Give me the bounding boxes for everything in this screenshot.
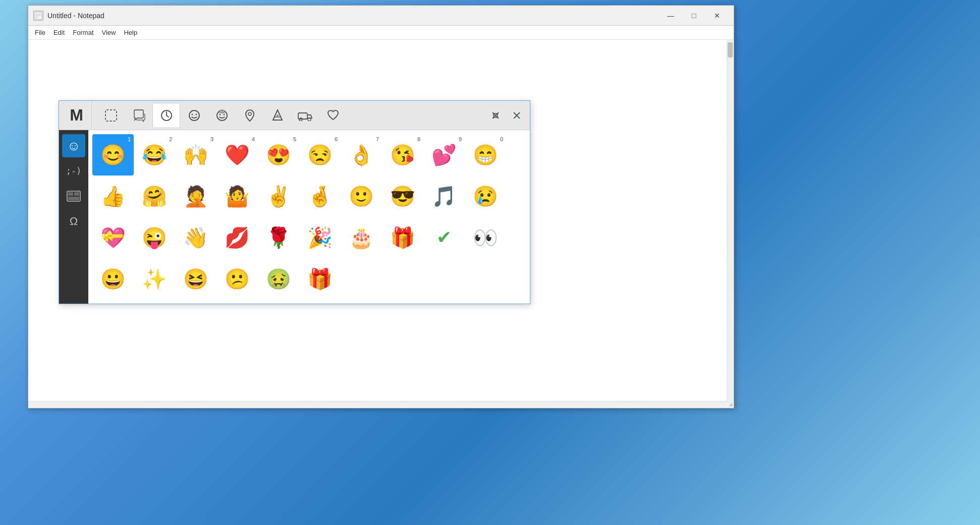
close-button[interactable]: ✕ <box>705 8 729 24</box>
title-bar: Untitled - Notepad — □ ✕ <box>28 6 734 26</box>
emoji-cell[interactable]: 👋 <box>175 217 216 258</box>
emoji-row-3: 💝 😜 👋 💋 🌹 🎉 🎂 🎁 ✔ 👀 <box>92 217 526 258</box>
menu-bar: File Edit Format View Help <box>28 26 734 40</box>
svg-point-8 <box>195 113 197 115</box>
emoji-cell[interactable]: 💕 9 <box>423 134 465 176</box>
emoji-cell[interactable]: ❤️ 4 <box>216 134 258 176</box>
emoji-cell[interactable]: ✨ <box>134 258 175 300</box>
window-controls: — □ ✕ <box>659 8 729 24</box>
pin-button[interactable] <box>485 105 506 126</box>
window-title: Untitled - Notepad <box>47 12 659 20</box>
category-smiley[interactable] <box>180 103 208 128</box>
emoji-cell[interactable]: 😍 5 <box>258 134 299 176</box>
svg-point-6 <box>189 110 199 121</box>
emoji-cell[interactable]: 😎 <box>382 176 423 217</box>
emoji-picker: M <box>59 100 530 304</box>
emoji-cell[interactable]: 🎉 <box>299 217 341 258</box>
category-people[interactable] <box>208 103 236 128</box>
menu-help[interactable]: Help <box>120 27 141 38</box>
scrollbar-thumb <box>728 42 733 57</box>
emoji-cell[interactable]: 🎁 <box>299 258 341 300</box>
category-tabs <box>92 103 485 128</box>
menu-view[interactable]: View <box>98 27 120 38</box>
category-food[interactable] <box>263 103 291 128</box>
emoji-cell[interactable]: 👀 <box>465 217 506 258</box>
emoji-cell[interactable]: 🎁 <box>382 217 423 258</box>
emoji-cell[interactable]: 🎵 <box>423 176 465 217</box>
minimize-button[interactable]: — <box>659 8 682 24</box>
emoji-cell[interactable]: 😊 1 <box>92 134 134 176</box>
emoji-cell[interactable]: 💋 <box>216 217 258 258</box>
emoji-cell[interactable]: ✔ <box>423 217 465 258</box>
category-places[interactable] <box>236 103 263 128</box>
scrollbar-corner: ⊿ <box>727 401 734 408</box>
emoji-row-4: 😀 ✨ 😆 😕 🤢 🎁 <box>92 258 526 300</box>
emoji-cell[interactable]: ✌️ <box>258 176 299 217</box>
sidebar-symbols[interactable]: Ω <box>62 210 85 233</box>
svg-rect-25 <box>68 192 73 196</box>
emoji-cell[interactable]: 💝 <box>92 217 134 258</box>
menu-format[interactable]: Format <box>69 27 97 38</box>
emoji-cell[interactable]: 🤞 <box>299 176 341 217</box>
emoji-row-1: 😊 1 😂 2 🙌 3 ❤️ 4 <box>92 134 526 176</box>
svg-point-13 <box>248 112 251 115</box>
picker-m-label: M <box>62 101 92 130</box>
emoji-cell[interactable]: 🤢 <box>258 258 299 300</box>
emoji-cell[interactable]: 😕 <box>216 258 258 300</box>
sidebar-gif[interactable] <box>62 185 85 208</box>
emoji-cell[interactable]: 🎂 <box>341 217 382 258</box>
svg-point-17 <box>299 118 302 121</box>
svg-point-7 <box>191 113 193 115</box>
picker-topbar: M <box>59 101 530 130</box>
emoji-cell[interactable]: 👌 7 <box>341 134 382 176</box>
horizontal-scrollbar[interactable] <box>28 401 727 408</box>
emoji-cell[interactable]: 😁 0 <box>465 134 506 176</box>
emoji-cell[interactable]: 🌹 <box>258 217 299 258</box>
category-symbols[interactable] <box>319 103 347 128</box>
emoji-cell[interactable]: 😀 <box>92 258 134 300</box>
emoji-cell[interactable]: 👍 <box>92 176 134 217</box>
emoji-grid: 😊 1 😂 2 🙌 3 ❤️ 4 <box>88 130 530 304</box>
picker-close-button[interactable] <box>506 105 527 126</box>
menu-edit[interactable]: Edit <box>49 27 69 38</box>
notepad-window: Untitled - Notepad — □ ✕ File Edit Forma… <box>28 5 734 409</box>
resize-grip: ⊿ <box>729 401 733 407</box>
emoji-cell[interactable]: 😜 <box>134 217 175 258</box>
emoji-row-2: 👍 🤗 🤦 🤷 ✌️ 🤞 🙂 😎 🎵 😢 <box>92 176 526 217</box>
category-chat[interactable] <box>125 103 152 128</box>
emoji-cell[interactable]: 🤗 <box>134 176 175 217</box>
emoji-cell[interactable]: 😂 2 <box>134 134 175 176</box>
emoji-cell[interactable]: 😘 8 <box>382 134 423 176</box>
text-area-container: ⊿ M <box>28 40 734 408</box>
sidebar-kaomoji[interactable]: ;-) <box>62 159 85 183</box>
svg-point-11 <box>223 113 225 115</box>
category-recent[interactable] <box>152 103 180 128</box>
emoji-cell[interactable]: 😒 6 <box>299 134 341 176</box>
emoji-cell[interactable]: 😢 <box>465 176 506 217</box>
maximize-button[interactable]: □ <box>682 8 705 24</box>
sidebar-emoji[interactable]: ☺ <box>62 134 85 157</box>
svg-point-15 <box>277 114 279 116</box>
emoji-cell[interactable]: 🙌 3 <box>175 134 216 176</box>
app-icon <box>33 11 43 21</box>
picker-sidebar: ☺ ;-) Ω <box>59 130 88 304</box>
vertical-scrollbar[interactable] <box>727 40 734 408</box>
svg-point-10 <box>219 113 221 115</box>
category-recently-used[interactable] <box>97 103 125 128</box>
emoji-cell[interactable]: 🙂 <box>341 176 382 217</box>
menu-file[interactable]: File <box>31 27 49 38</box>
svg-rect-4 <box>105 110 117 121</box>
picker-body: ☺ ;-) Ω <box>59 130 530 304</box>
svg-rect-27 <box>68 197 79 200</box>
svg-rect-26 <box>74 192 79 196</box>
emoji-cell[interactable]: 🤷 <box>216 176 258 217</box>
category-travel[interactable] <box>291 103 319 128</box>
emoji-cell[interactable]: 😆 <box>175 258 216 300</box>
svg-point-12 <box>219 110 225 113</box>
emoji-cell[interactable]: 🤦 <box>175 176 216 217</box>
